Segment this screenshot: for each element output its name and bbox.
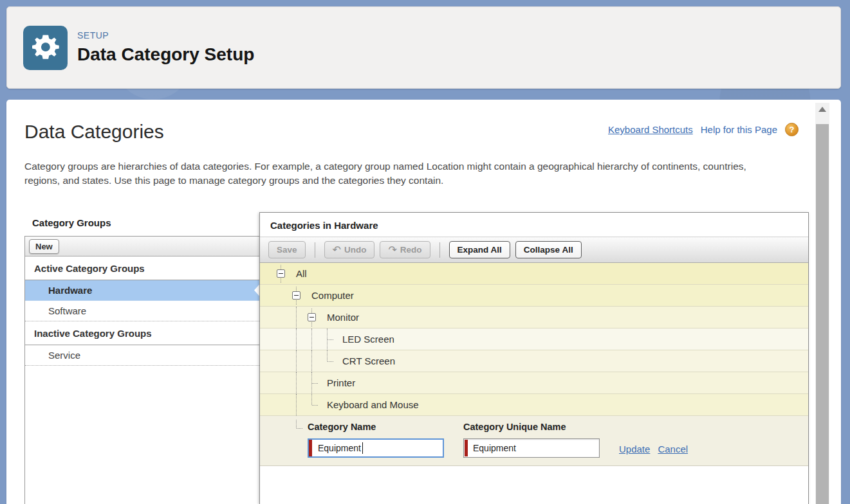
category-unique-name-input[interactable] bbox=[463, 438, 600, 458]
collapse-node-icon[interactable] bbox=[277, 269, 285, 278]
undo-button[interactable]: ↶ Undo bbox=[324, 241, 375, 258]
category-name-input[interactable] bbox=[308, 438, 444, 458]
category-groups-toolbar: New bbox=[25, 237, 263, 256]
page-help-links: Keyboard Shortcuts Help for this Page ? bbox=[608, 123, 799, 136]
scroll-up-icon bbox=[818, 107, 826, 112]
tree-node-printer[interactable]: Printer bbox=[260, 372, 808, 394]
undo-icon: ↶ bbox=[333, 245, 341, 255]
gear-icon bbox=[32, 34, 59, 61]
save-button[interactable]: Save bbox=[268, 241, 306, 258]
tree-node-all[interactable]: All bbox=[260, 263, 808, 285]
category-groups-panel: New Active Category Groups Hardware Soft… bbox=[24, 236, 264, 504]
main-content: Data Categories Keyboard Shortcuts Help … bbox=[6, 100, 841, 504]
tree-node-computer[interactable]: Computer bbox=[260, 285, 808, 307]
collapse-all-button[interactable]: Collapse All bbox=[515, 241, 582, 258]
setup-gear-tile bbox=[23, 26, 68, 70]
category-groups-title: Category Groups bbox=[32, 217, 111, 228]
category-unique-name-label: Category Unique Name bbox=[463, 422, 600, 432]
scrollbar-thumb[interactable] bbox=[816, 124, 829, 504]
group-item-software[interactable]: Software bbox=[25, 301, 263, 321]
categories-panel-title: Categories in Hardware bbox=[260, 213, 808, 237]
setup-eyebrow: SETUP bbox=[77, 30, 254, 40]
inactive-groups-header: Inactive Category Groups bbox=[25, 321, 263, 345]
tree-node-monitor[interactable]: Monitor bbox=[260, 307, 808, 328]
collapse-node-icon[interactable] bbox=[308, 313, 316, 321]
page-scrollbar[interactable] bbox=[815, 103, 829, 504]
tree-node-crt-screen[interactable]: CRT Screen bbox=[260, 350, 808, 372]
tree-node-led-screen[interactable]: LED Screen bbox=[260, 328, 808, 350]
help-for-page-link[interactable]: Help for this Page bbox=[701, 124, 777, 135]
category-name-label: Category Name bbox=[308, 422, 444, 432]
page-title: Data Categories bbox=[24, 121, 164, 143]
active-groups-header: Active Category Groups bbox=[25, 256, 263, 280]
group-item-service[interactable]: Service bbox=[25, 345, 263, 366]
new-category-group-button[interactable]: New bbox=[29, 239, 59, 254]
expand-all-button[interactable]: Expand All bbox=[449, 241, 510, 258]
keyboard-shortcuts-link[interactable]: Keyboard Shortcuts bbox=[608, 124, 693, 135]
category-name-field-wrap bbox=[308, 438, 444, 458]
cancel-link[interactable]: Cancel bbox=[658, 444, 688, 458]
tree-empty-area bbox=[260, 466, 808, 504]
redo-button[interactable]: ↷ Redo bbox=[380, 241, 430, 258]
categories-panel: Categories in Hardware Save ↶ Undo ↷ Red… bbox=[259, 212, 809, 504]
toolbar-separator bbox=[315, 242, 315, 258]
page-description: Category groups are hierarchies of data … bbox=[24, 159, 781, 188]
toolbar-separator bbox=[439, 242, 440, 258]
setup-header: SETUP Data Category Setup bbox=[6, 6, 841, 89]
collapse-node-icon[interactable] bbox=[292, 291, 300, 300]
new-category-edit-row: Category Name Category Unique Name bbox=[260, 416, 808, 466]
scrollbar-up-button[interactable] bbox=[815, 103, 829, 116]
help-icon[interactable]: ? bbox=[785, 123, 799, 136]
redo-icon: ↷ bbox=[388, 245, 396, 255]
category-tree: All Computer Monitor LED Screen bbox=[260, 263, 808, 504]
categories-toolbar: Save ↶ Undo ↷ Redo Expand All Collapse A… bbox=[260, 237, 808, 263]
app-title: Data Category Setup bbox=[77, 44, 254, 65]
update-link[interactable]: Update bbox=[619, 444, 650, 458]
category-unique-name-field-wrap bbox=[463, 438, 600, 458]
tree-node-keyboard-and-mouse[interactable]: Keyboard and Mouse bbox=[260, 394, 808, 416]
group-item-hardware[interactable]: Hardware bbox=[25, 280, 263, 301]
